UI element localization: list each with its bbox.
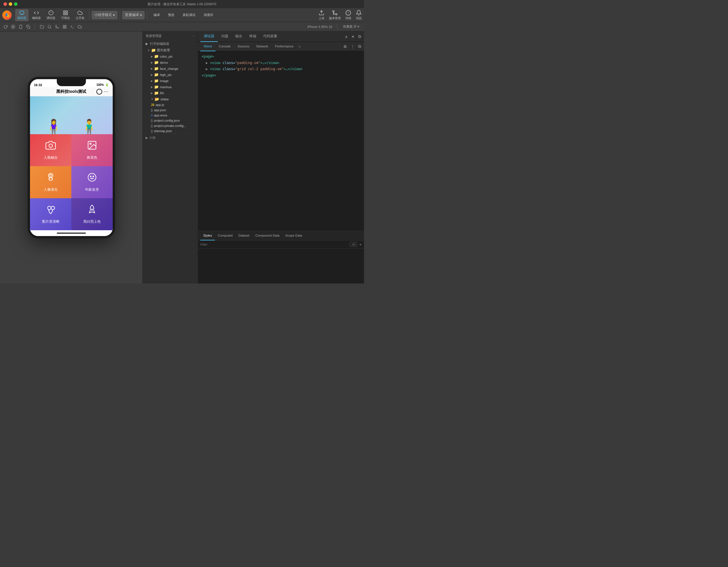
file-item-Rh[interactable]: ▶ 📁 Rh — [143, 90, 198, 96]
style-tab-styles[interactable]: Styles — [200, 231, 215, 241]
grid-item-age-change[interactable]: 年龄改变 — [71, 166, 113, 198]
more-options-icon[interactable]: ⋮ — [350, 44, 355, 50]
tab-debugger[interactable]: 调试器 — [200, 31, 218, 42]
grid-item-cartoon[interactable]: 人像漫化 — [30, 166, 71, 198]
copy-icon[interactable] — [26, 25, 30, 29]
outline-section[interactable]: ▶ 大纲 — [143, 134, 198, 142]
svg-rect-24 — [65, 27, 66, 28]
tab-terminal[interactable]: 终端 — [246, 31, 260, 42]
editor-btn[interactable]: 编辑器 — [30, 9, 43, 21]
window-controls[interactable] — [3, 2, 17, 6]
style-tab-dataset[interactable]: Dataset — [236, 231, 252, 241]
colorize-label: 黑白照上色 — [83, 219, 101, 224]
json-icon: {} — [151, 130, 153, 133]
tab-wxml[interactable]: Wxml — [200, 42, 215, 51]
message-button[interactable]: 消息 — [356, 10, 362, 20]
tab-console[interactable]: Console — [215, 42, 234, 51]
preview-button[interactable]: 预览 — [166, 12, 176, 18]
devtools-detach-icon[interactable]: ⧉ — [358, 33, 362, 40]
file-item-app-js[interactable]: JS app.js — [143, 102, 198, 107]
phone-hero-banner: 🧍‍♀️ 🧍‍♂️ — [30, 96, 113, 134]
devtools-close-icon[interactable]: ✕ — [351, 34, 355, 40]
compile-dropdown[interactable]: 普通编译 ▾ — [122, 11, 144, 19]
more-tabs-icon[interactable]: » — [297, 45, 303, 49]
xml-editor[interactable]: <page> ▶ <view class="padding-sm">…</vie… — [198, 51, 364, 231]
file-item-demo[interactable]: ▶ 📁 demo — [143, 59, 198, 66]
stop-icon[interactable] — [11, 25, 15, 29]
maximize-button[interactable] — [14, 2, 17, 6]
undock-icon[interactable]: ⧉ — [358, 43, 362, 50]
file-item-manhua[interactable]: ▶ 📁 manhua — [143, 84, 198, 90]
filter-input[interactable] — [200, 243, 347, 246]
clear-cache-button[interactable]: 清缓存 — [202, 12, 215, 18]
terminal-icon[interactable] — [70, 25, 74, 29]
svg-line-32 — [52, 178, 52, 180]
battery-icon: 🔋 — [105, 83, 109, 86]
grid-icon[interactable] — [63, 25, 67, 29]
style-tab-component-data[interactable]: Component Data — [252, 231, 282, 241]
tab-output[interactable]: 输出 — [232, 31, 246, 42]
mode-dropdown[interactable]: 小程序模式 ▾ — [92, 11, 117, 19]
device-selector[interactable]: iPhone X 85% 16 — [308, 25, 332, 29]
file-item-app-wxss[interactable]: S app.wxss — [143, 113, 198, 118]
grid-item-face-fusion[interactable]: 人脸融合 — [30, 134, 71, 166]
tab-problems[interactable]: 问题 — [218, 31, 232, 42]
version-button[interactable]: 版本管理 — [329, 10, 341, 20]
file-item-face_change[interactable]: ▶ 📁 face_change — [143, 66, 198, 72]
grid-item-sharpen[interactable]: 图片变清晰 — [30, 198, 71, 230]
real-debug-button[interactable]: 真机调试 — [181, 12, 197, 18]
devtools-collapse-icon[interactable]: ∧ — [344, 34, 348, 40]
svg-point-34 — [90, 176, 91, 177]
file-tree: ▼ 📁 图片处理 ▶ 📁 color_pic ▶ 📁 demo ▶ 📁 face… — [143, 47, 198, 134]
debugger-btn[interactable]: 调试器 — [44, 9, 58, 21]
cloud2-icon[interactable] — [78, 25, 82, 29]
file-item-image[interactable]: ▶ 📁 image — [143, 78, 198, 84]
compile-button[interactable]: 编译 — [152, 12, 162, 18]
open-editors-section[interactable]: ▶ 打开的编辑器 — [143, 40, 198, 47]
refresh-icon[interactable] — [3, 25, 8, 29]
phone-grid: 人脸融合 换底色 — [30, 134, 113, 230]
svg-rect-16 — [28, 26, 30, 29]
simulator-btn[interactable]: 模拟器 — [15, 9, 29, 21]
search-icon[interactable] — [47, 25, 52, 29]
files-icon[interactable] — [40, 25, 44, 29]
tab-sources[interactable]: Sources — [234, 42, 253, 51]
settings-icon[interactable]: ⚙ — [343, 44, 348, 50]
style-tab-scope-data[interactable]: Scope Data — [282, 231, 305, 241]
grid-item-bg-replace[interactable]: 换底色 — [71, 134, 113, 166]
tab-code-quality[interactable]: 代码质量 — [260, 31, 281, 42]
file-item-sitemap[interactable]: {} sitemap.json — [143, 128, 198, 134]
file-item-project-private[interactable]: {} project.private.config... — [143, 123, 198, 128]
cloud-btn[interactable]: 云开发 — [73, 9, 87, 21]
visual-btn[interactable]: 可视化 — [59, 9, 72, 21]
file-item-app-json[interactable]: {} app.json — [143, 107, 198, 113]
upload-button[interactable]: 上传 — [319, 10, 324, 20]
file-item-high_pic[interactable]: ▶ 📁 high_pic — [143, 72, 198, 78]
root-folder-item[interactable]: ▼ 📁 图片处理 — [143, 47, 198, 53]
tab-network[interactable]: Network — [253, 42, 271, 51]
file-item-color_pic[interactable]: ▶ 📁 color_pic — [143, 53, 198, 59]
grid-item-colorize[interactable]: 黑白照上色 — [71, 198, 113, 230]
close-button[interactable] — [3, 2, 7, 6]
js-icon: JS — [151, 103, 154, 107]
avatar: 🎭 — [2, 10, 12, 20]
phone-icon[interactable] — [19, 25, 23, 29]
minimize-button[interactable] — [9, 2, 12, 6]
folder-arrow: ▶ — [151, 67, 153, 70]
style-tab-computed[interactable]: Computed — [215, 231, 236, 241]
file-panel-menu[interactable]: ··· — [192, 34, 195, 38]
svg-rect-3 — [66, 11, 68, 12]
git-icon[interactable] — [55, 25, 59, 29]
phone-nav-circle — [96, 89, 102, 95]
detail-button[interactable]: 详情 — [345, 10, 351, 20]
folder-icon: 📁 — [154, 85, 159, 89]
tab-performance[interactable]: Performance — [272, 42, 297, 51]
hero-figure-2: 🧍‍♂️ — [80, 120, 98, 134]
file-item-project-config[interactable]: {} project.config.json — [143, 118, 198, 123]
add-style-button[interactable]: + — [359, 242, 362, 247]
file-item-shibie[interactable]: ▼ 📂 shibie — [143, 96, 198, 102]
hot-reload-toggle[interactable]: 热重载 开 ▾ — [342, 24, 361, 29]
cls-button[interactable]: .cls — [350, 242, 357, 247]
svg-rect-13 — [13, 26, 14, 27]
separator — [337, 24, 337, 29]
